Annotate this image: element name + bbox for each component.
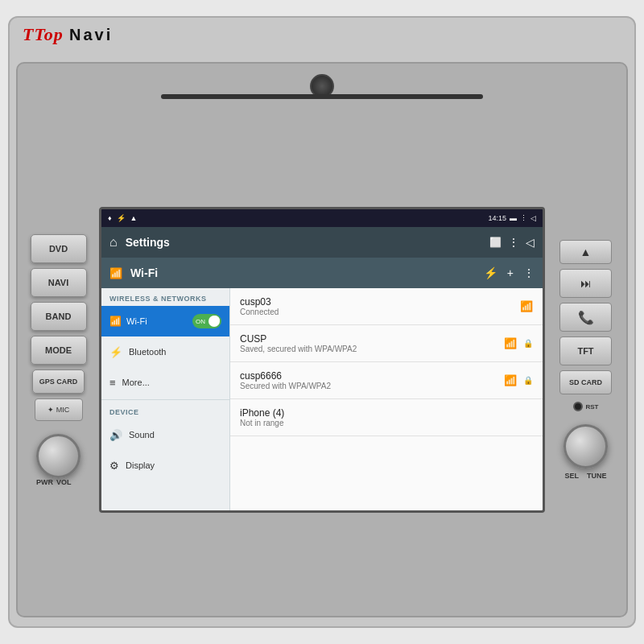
wifi-status-icon: ▲ xyxy=(130,214,138,222)
network-lock-cusp6666: 🔒 xyxy=(523,376,533,385)
sel-label: SEL xyxy=(564,472,579,480)
nav-divider xyxy=(101,399,229,400)
wifi-bolt-icon[interactable]: ⚡ xyxy=(484,266,497,279)
back-icon[interactable]: ◁ xyxy=(526,236,535,249)
tune-label: TUNE xyxy=(587,472,607,480)
screen-container: ♦ ⚡ ▲ 14:15 ▬ ⋮ ◁ ⌂ xyxy=(99,207,545,513)
wifi-toggle[interactable]: ON xyxy=(192,314,221,328)
bluetooth-status-icon: ⚡ xyxy=(117,214,126,222)
network-signal-cusp6666: 📶 xyxy=(504,374,517,386)
status-right: 14:15 ▬ ⋮ ◁ xyxy=(488,214,536,222)
wifi-header-title: Wi-Fi xyxy=(130,266,476,279)
wifi-add-icon[interactable]: + xyxy=(507,266,514,279)
mode-button[interactable]: MODE xyxy=(31,336,87,365)
brand-navi: Navi xyxy=(69,26,113,43)
device-section-label: DEVICE xyxy=(101,402,229,419)
network-info-cusp6666: cusp6666 Secured with WPA/WPA2 xyxy=(240,370,497,390)
vol-label: VOL xyxy=(56,478,72,486)
mic-icon: ✦ xyxy=(47,406,54,414)
screenshot-icon[interactable]: ⬜ xyxy=(489,237,502,248)
wifi-nav-label: Wi-Fi xyxy=(126,316,188,326)
wifi-more-icon[interactable]: ⋮ xyxy=(523,266,535,279)
network-info-cusp: CUSP Saved, secured with WPA/WPA2 xyxy=(240,333,497,353)
network-status-cusp6666: Secured with WPA/WPA2 xyxy=(240,382,497,390)
nav-item-sound[interactable]: 🔊 Sound xyxy=(101,419,229,450)
navi-button[interactable]: NAVI xyxy=(31,268,87,297)
wifi-toggle-label: ON xyxy=(196,318,205,325)
sound-nav-label: Sound xyxy=(129,430,155,440)
network-lock-cusp: 🔒 xyxy=(523,339,533,348)
tft-button[interactable]: TFT xyxy=(559,336,612,365)
content-area: WIRELESS & NETWORKS 📶 Wi-Fi ON xyxy=(101,288,543,510)
wifi-header: 📶 Wi-Fi ⚡ + ⋮ xyxy=(101,258,543,288)
top-section xyxy=(24,70,620,106)
play-button[interactable]: ⏭ xyxy=(559,269,612,298)
middle-section: DVD NAVI BAND MODE GPS CARD ✦ MIC PWR VO… xyxy=(24,110,620,609)
wireless-section-label: WIRELESS & NETWORKS xyxy=(101,288,229,306)
more-nav-label: More... xyxy=(122,378,150,387)
network-item-cusp03[interactable]: cusp03 Connected 📶 xyxy=(230,288,543,325)
network-item-cusp6666[interactable]: cusp6666 Secured with WPA/WPA2 📶 🔒 xyxy=(230,362,543,399)
left-nav: WIRELESS & NETWORKS 📶 Wi-Fi ON xyxy=(101,288,230,510)
network-item-cusp[interactable]: CUSP Saved, secured with WPA/WPA2 📶 🔒 xyxy=(230,325,543,362)
tune-knob[interactable] xyxy=(564,424,608,469)
sdcard-button[interactable]: SD CARD xyxy=(559,370,612,394)
network-status-cusp: Saved, secured with WPA/WPA2 xyxy=(240,345,497,353)
nav-item-bluetooth[interactable]: ⚡ Bluetooth xyxy=(101,336,229,367)
action-more-icon[interactable]: ⋮ xyxy=(508,236,519,249)
nav-item-more[interactable]: ≡ More... xyxy=(101,367,229,398)
network-name-cusp: CUSP xyxy=(240,333,497,345)
battery-icon: ▬ xyxy=(510,214,517,222)
gps-card-button[interactable]: GPS CARD xyxy=(32,369,85,394)
network-name-iphone: iPhone (4) xyxy=(240,407,533,419)
rst-area: RST xyxy=(573,402,599,411)
wifi-toggle-thumb xyxy=(208,316,220,327)
network-info-iphone: iPhone (4) Not in range xyxy=(240,407,533,427)
network-item-iphone[interactable]: iPhone (4) Not in range xyxy=(230,399,543,436)
vol-knob[interactable] xyxy=(36,434,80,478)
sound-nav-icon: 🔊 xyxy=(109,429,122,441)
right-content: cusp03 Connected 📶 CUSP Saved, secured w… xyxy=(230,288,543,510)
android-screen: ♦ ⚡ ▲ 14:15 ▬ ⋮ ◁ ⌂ xyxy=(101,209,543,510)
outer-frame: TTop Navi DVD NAVI BAND MODE GPS CARD ✦ … xyxy=(8,16,636,628)
network-name-cusp6666: cusp6666 xyxy=(240,370,497,382)
wifi-header-icon: 📶 xyxy=(109,267,122,279)
display-nav-label: Display xyxy=(126,460,155,470)
dvd-button[interactable]: DVD xyxy=(31,234,87,263)
eject-button[interactable]: ▲ xyxy=(559,240,612,264)
pwr-label: PWR xyxy=(36,478,53,486)
band-button[interactable]: BAND xyxy=(31,302,87,331)
left-buttons: DVD NAVI BAND MODE GPS CARD ✦ MIC PWR VO… xyxy=(24,234,93,486)
rst-hole[interactable] xyxy=(573,402,583,411)
unit-body: DVD NAVI BAND MODE GPS CARD ✦ MIC PWR VO… xyxy=(16,62,628,617)
network-signal-cusp: 📶 xyxy=(504,337,517,349)
disc-slot xyxy=(161,94,483,99)
network-status-iphone: Not in range xyxy=(240,419,533,427)
overflow-icon: ⋮ xyxy=(520,214,527,222)
nav-item-wifi[interactable]: 📶 Wi-Fi ON xyxy=(101,306,229,336)
mic-button[interactable]: ✦ MIC xyxy=(35,398,83,421)
network-signal-cusp03: 📶 xyxy=(520,300,533,312)
mic-label: MIC xyxy=(56,406,70,414)
display-nav-icon: ⚙ xyxy=(109,460,119,472)
left-knob-labels: PWR VOL xyxy=(36,478,80,486)
home-icon[interactable]: ⌂ xyxy=(109,235,118,250)
android-nav-icon: ◁ xyxy=(530,214,536,222)
wifi-nav-icon: 📶 xyxy=(109,316,122,327)
nav-item-display[interactable]: ⚙ Display xyxy=(101,450,229,481)
wifi-header-icons: ⚡ + ⋮ xyxy=(484,266,535,279)
right-knob-labels: SEL TUNE xyxy=(564,472,606,480)
right-buttons: ▲ ⏭ 📞 TFT SD CARD RST SEL TUNE xyxy=(551,240,620,480)
network-name-cusp03: cusp03 xyxy=(240,296,514,308)
bluetooth-nav-label: Bluetooth xyxy=(129,347,166,357)
network-info-cusp03: cusp03 Connected xyxy=(240,296,514,316)
brand-logo: TTop Navi xyxy=(23,24,113,45)
action-bar-icons: ⬜ ⋮ ◁ xyxy=(489,236,535,249)
action-bar: ⌂ Settings ⬜ ⋮ ◁ xyxy=(101,227,543,258)
status-time: 14:15 xyxy=(488,214,506,222)
location-icon: ♦ xyxy=(108,214,112,222)
bluetooth-nav-icon: ⚡ xyxy=(109,346,122,358)
action-bar-title: Settings xyxy=(126,236,481,249)
status-left: ♦ ⚡ ▲ xyxy=(108,214,138,222)
phone-button[interactable]: 📞 xyxy=(559,303,612,332)
